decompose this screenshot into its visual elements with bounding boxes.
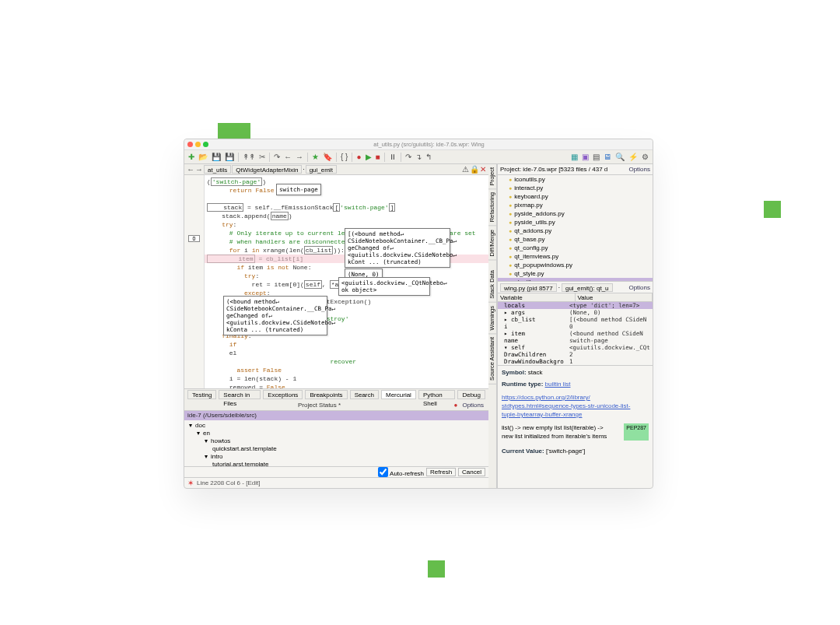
- locals-row[interactable]: ▸ cb_list[(<bound method CSideN: [498, 316, 653, 323]
- runtime-type-link[interactable]: builtin list: [545, 381, 571, 388]
- tab-stack-data[interactable]: Stack Data: [488, 267, 496, 303]
- project-options[interactable]: Options: [628, 166, 650, 173]
- tab-exceptions[interactable]: Exceptions: [263, 390, 303, 399]
- options-link[interactable]: Options: [462, 402, 484, 409]
- tab-project[interactable]: Project: [488, 164, 496, 189]
- window-icon[interactable]: ▣: [582, 153, 589, 161]
- bookmark-icon[interactable]: 🔖: [323, 153, 332, 161]
- locals-row[interactable]: nameswitch-page: [498, 337, 653, 344]
- close-tab-icon[interactable]: ✕: [480, 166, 486, 174]
- pause-icon[interactable]: ⏸: [389, 153, 397, 161]
- tree-header[interactable]: ide-7 (/Users/sdeible/src): [184, 411, 488, 420]
- tab-mercurial[interactable]: Mercurial: [381, 390, 416, 399]
- tree-leaf[interactable]: quickstart.arst.template: [189, 445, 484, 453]
- file-list[interactable]: iconutils.pyinteract.pykeyboard.pypixmap…: [498, 175, 653, 281]
- new-file-icon[interactable]: ✚: [188, 153, 194, 161]
- stack-frame-func[interactable]: gui_emit(): qt_u: [562, 283, 613, 292]
- file-row[interactable]: qt_popupwindows.py: [498, 261, 653, 269]
- file-row[interactable]: qt_config.py: [498, 244, 653, 252]
- locals-row[interactable]: ▸ item(<bound method CSideN: [498, 330, 653, 337]
- tree-folder[interactable]: intro: [189, 453, 484, 461]
- locals-row[interactable]: DrawWindowBackgro1: [498, 358, 653, 365]
- col-value[interactable]: Value: [576, 293, 653, 301]
- cut-icon[interactable]: ✂: [259, 153, 265, 161]
- tree-folder[interactable]: howtos: [189, 437, 484, 445]
- lock-icon: 🔒: [470, 166, 479, 174]
- step-out-icon[interactable]: ↰: [425, 153, 432, 161]
- editor[interactable]: switch-page [(<bound method↵ CSideNotebo…: [205, 175, 488, 388]
- search-icon[interactable]: 🔍: [615, 153, 625, 161]
- gutter-marker[interactable]: 0: [188, 235, 200, 242]
- close-icon[interactable]: [187, 142, 193, 147]
- locals-row[interactable]: ▸ args(None, 0): [498, 309, 653, 316]
- star-icon[interactable]: ★: [312, 153, 319, 161]
- grid-icon[interactable]: ▦: [571, 153, 578, 161]
- step-icon[interactable]: ↟↟: [243, 153, 255, 161]
- step-over-icon[interactable]: ↷: [405, 153, 411, 161]
- goto-def-icon[interactable]: ↷: [274, 153, 280, 161]
- tab-search-in-files[interactable]: Search in Files: [219, 390, 261, 399]
- locals-row[interactable]: DrawChildren2: [498, 351, 653, 358]
- file-row[interactable]: qt_itemviews.py: [498, 252, 653, 261]
- tooltip-bound-method-1: [(<bound method↵ CSideNotebookContainer.…: [345, 228, 450, 268]
- save-all-icon[interactable]: 💾: [225, 153, 234, 161]
- file-row[interactable]: qt_base.py: [498, 235, 653, 244]
- tree-leaf[interactable]: tutorial.arst.template: [189, 461, 484, 466]
- bug-icon[interactable]: ✶: [187, 479, 194, 487]
- file-row[interactable]: qt_style.py: [498, 269, 653, 278]
- breadcrumb-file[interactable]: at_utils: [204, 165, 231, 174]
- auto-refresh-checkbox[interactable]: Auto-refresh: [378, 467, 424, 477]
- fwd-icon[interactable]: →: [195, 166, 203, 174]
- tools-icon[interactable]: ⚡: [628, 153, 638, 161]
- locals-label[interactable]: locals: [498, 302, 569, 309]
- file-row[interactable]: pyside_addons.py: [498, 209, 653, 218]
- step-into-icon[interactable]: ↴: [415, 153, 422, 161]
- separator: [352, 153, 352, 162]
- tab-breakpoints[interactable]: Breakpoints: [305, 390, 347, 399]
- locals-row[interactable]: ▾ self<guiutils.dockview._CQt: [498, 344, 653, 351]
- stack-options[interactable]: Options: [628, 284, 650, 291]
- breadcrumb-class[interactable]: QtWidgetAdapterMixin: [232, 165, 302, 174]
- file-row[interactable]: keyboard.py: [498, 192, 653, 201]
- tab-search[interactable]: Search: [350, 390, 379, 399]
- tab-testing[interactable]: Testing: [187, 390, 216, 399]
- tab-debug[interactable]: Debug: [457, 390, 485, 399]
- tab-source-assistant[interactable]: Source Assistant: [488, 334, 496, 384]
- project-status-label[interactable]: Project Status *: [298, 402, 341, 409]
- fwd-icon[interactable]: →: [296, 153, 303, 161]
- stack-frame-file[interactable]: wing.py (pid 8577: [500, 283, 557, 292]
- tab-python-shell[interactable]: Python Shell: [418, 390, 456, 399]
- back-icon[interactable]: ←: [284, 153, 292, 161]
- run-icon[interactable]: ▶: [366, 153, 372, 161]
- gear-icon[interactable]: ⚙: [642, 153, 649, 161]
- locals-row[interactable]: i0: [498, 323, 653, 330]
- pep-badge: PEP287: [624, 423, 649, 441]
- minimize-icon[interactable]: [195, 142, 201, 147]
- tab-diff-merge[interactable]: Diff/Merge: [488, 226, 496, 260]
- file-row[interactable]: pixmap.py: [498, 201, 653, 209]
- curly-icon[interactable]: { }: [341, 153, 348, 161]
- maximize-icon[interactable]: [203, 142, 208, 147]
- tab-warnings[interactable]: Warnings: [488, 303, 496, 334]
- breadcrumb-method[interactable]: gui_emit: [306, 165, 337, 174]
- tree-folder[interactable]: en: [189, 430, 484, 437]
- layout-icon[interactable]: ▤: [593, 153, 600, 161]
- tab-refactoring[interactable]: Refactoring: [488, 189, 496, 226]
- docs-link[interactable]: https://docs.python.org/2/library/ stdty…: [502, 394, 630, 418]
- separator: [384, 153, 385, 162]
- breakpoint-icon[interactable]: ●: [356, 153, 361, 161]
- file-row[interactable]: iconutils.py: [498, 175, 653, 184]
- warning-icon[interactable]: ⚠: [462, 166, 469, 174]
- tree-folder[interactable]: doc: [189, 422, 484, 430]
- back-icon[interactable]: ←: [187, 166, 194, 174]
- refresh-button[interactable]: Refresh: [426, 468, 456, 476]
- cancel-button[interactable]: Cancel: [458, 468, 485, 476]
- open-folder-icon[interactable]: 📂: [198, 153, 208, 161]
- monitor-icon[interactable]: 🖥: [604, 153, 611, 161]
- file-row[interactable]: qt_addons.py: [498, 226, 653, 235]
- file-row[interactable]: pyside_utils.py: [498, 218, 653, 226]
- file-row[interactable]: interact.py: [498, 184, 653, 192]
- save-icon[interactable]: 💾: [212, 153, 221, 161]
- stop-icon[interactable]: ■: [376, 153, 380, 161]
- col-variable[interactable]: Variable: [498, 293, 576, 301]
